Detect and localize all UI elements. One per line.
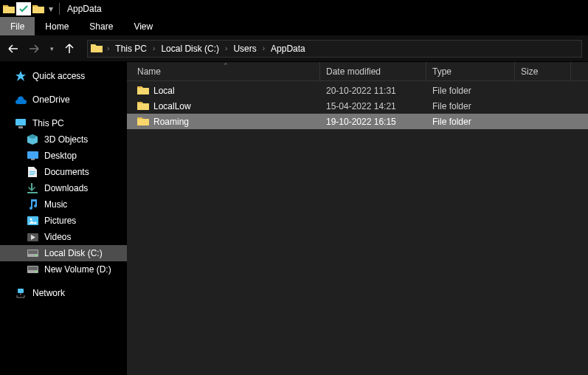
star-icon xyxy=(15,70,27,82)
sidebar-item-label: Documents xyxy=(44,167,89,177)
file-date: 19-10-2022 16:15 xyxy=(320,117,426,127)
column-header-size[interactable]: Size xyxy=(515,62,571,80)
folder-icon xyxy=(137,116,149,128)
drive-icon xyxy=(27,247,38,259)
tab-home[interactable]: Home xyxy=(35,17,79,35)
tab-view[interactable]: View xyxy=(123,17,163,35)
sidebar-item-label: Music xyxy=(44,199,67,210)
chevron-down-icon[interactable]: ▾ xyxy=(46,4,56,14)
svg-rect-14 xyxy=(18,289,24,293)
column-header-date[interactable]: Date modified xyxy=(320,62,426,80)
file-type: File folder xyxy=(426,117,515,127)
svg-point-10 xyxy=(35,255,37,256)
sidebar-item-this-pc[interactable]: This PC xyxy=(0,115,127,131)
back-button[interactable] xyxy=(6,41,21,56)
cube-icon xyxy=(27,134,38,145)
file-name: Roaming xyxy=(153,117,189,127)
file-row[interactable]: Local20-10-2022 11:31File folder xyxy=(127,83,588,98)
download-icon xyxy=(27,182,38,194)
breadcrumb-item[interactable]: Local Disk (C:) xyxy=(159,44,221,54)
file-name: Local xyxy=(153,86,175,96)
folder-icon xyxy=(137,85,149,97)
sidebar-item-label: Network xyxy=(32,288,65,298)
sidebar-item-onedrive[interactable]: OneDrive xyxy=(0,92,127,108)
folder-icon xyxy=(91,43,103,55)
address-bar[interactable]: › This PC › Local Disk (C:) › Users › Ap… xyxy=(87,40,582,58)
file-name: LocalLow xyxy=(153,101,191,111)
chevron-right-icon[interactable]: › xyxy=(224,44,229,52)
sidebar-item-label: New Volume (D:) xyxy=(44,264,111,275)
drive-icon xyxy=(27,264,38,275)
folder-icon xyxy=(32,3,44,15)
breadcrumb-item[interactable]: AppData xyxy=(269,44,307,54)
file-date: 15-04-2022 14:21 xyxy=(320,101,426,111)
sidebar-item-pictures[interactable]: Pictures xyxy=(0,213,127,229)
svg-point-13 xyxy=(35,271,37,272)
breadcrumb-item[interactable]: This PC xyxy=(114,44,148,54)
desktop-icon xyxy=(27,150,38,162)
svg-rect-0 xyxy=(15,119,26,125)
window-title: AppData xyxy=(67,4,102,14)
tab-share[interactable]: Share xyxy=(79,17,123,35)
chevron-right-icon[interactable]: › xyxy=(106,44,111,52)
navigation-pane: Quick access OneDrive This PC 3D Objects… xyxy=(0,62,127,375)
computer-icon xyxy=(15,117,27,129)
sidebar-item-label: Pictures xyxy=(44,216,76,226)
column-header-type[interactable]: Type xyxy=(426,62,515,80)
sidebar-item-network[interactable]: Network xyxy=(0,285,127,301)
ribbon: File Home Share View xyxy=(0,17,588,35)
separator xyxy=(59,3,60,15)
sidebar-item-label: OneDrive xyxy=(32,94,70,105)
sidebar-item-desktop[interactable]: Desktop xyxy=(0,148,127,164)
cloud-icon xyxy=(15,94,27,106)
folder-icon xyxy=(3,3,15,15)
svg-rect-3 xyxy=(31,159,35,160)
sidebar-item-music[interactable]: Music xyxy=(0,196,127,213)
document-icon xyxy=(27,166,38,178)
column-header-name[interactable]: Name ⌃ xyxy=(131,62,320,80)
svg-rect-5 xyxy=(27,216,38,225)
svg-rect-1 xyxy=(18,126,23,128)
network-icon xyxy=(15,287,27,299)
recent-locations-button[interactable]: ▾ xyxy=(47,41,56,56)
sidebar-item-quick-access[interactable]: Quick access xyxy=(0,68,127,84)
svg-rect-2 xyxy=(27,151,38,159)
sidebar-item-documents[interactable]: Documents xyxy=(0,164,127,180)
music-icon xyxy=(27,199,38,210)
title-bar: ▾ AppData xyxy=(0,0,588,17)
chevron-right-icon[interactable]: › xyxy=(261,44,266,52)
navigation-bar: ▾ › This PC › Local Disk (C:) › Users › … xyxy=(0,35,588,62)
chevron-right-icon[interactable]: › xyxy=(151,44,156,52)
sort-ascending-icon: ⌃ xyxy=(223,62,229,69)
svg-point-6 xyxy=(30,219,32,221)
svg-rect-9 xyxy=(28,250,38,254)
sidebar-item-label: This PC xyxy=(32,118,64,128)
sidebar-item-label: Local Disk (C:) xyxy=(44,248,103,258)
videos-icon xyxy=(27,231,38,243)
file-date: 20-10-2022 11:31 xyxy=(320,86,426,96)
forward-button[interactable] xyxy=(27,41,41,56)
svg-rect-12 xyxy=(28,266,38,270)
file-row[interactable]: LocalLow15-04-2022 14:21File folder xyxy=(127,98,588,114)
file-row[interactable]: Roaming19-10-2022 16:15File folder xyxy=(127,114,588,129)
sidebar-item-3d-objects[interactable]: 3D Objects xyxy=(0,131,127,148)
save-icon[interactable] xyxy=(16,2,31,16)
svg-rect-4 xyxy=(27,192,38,193)
breadcrumb-item[interactable]: Users xyxy=(232,44,257,54)
sidebar-item-videos[interactable]: Videos xyxy=(0,229,127,245)
sidebar-item-label: Desktop xyxy=(44,151,77,161)
sidebar-item-new-volume[interactable]: New Volume (D:) xyxy=(0,261,127,278)
file-type: File folder xyxy=(426,86,515,96)
sidebar-item-downloads[interactable]: Downloads xyxy=(0,180,127,196)
sidebar-item-local-disk[interactable]: Local Disk (C:) xyxy=(0,245,127,261)
sidebar-item-label: Quick access xyxy=(32,71,85,81)
tab-file[interactable]: File xyxy=(0,17,35,35)
sidebar-item-label: 3D Objects xyxy=(44,134,88,145)
file-type: File folder xyxy=(426,101,515,111)
file-list: Local20-10-2022 11:31File folderLocalLow… xyxy=(127,81,588,129)
up-button[interactable] xyxy=(62,41,77,56)
sidebar-item-label: Videos xyxy=(44,232,71,242)
sidebar-item-label: Downloads xyxy=(44,183,88,193)
file-list-pane: Name ⌃ Date modified Type Size Local20-1… xyxy=(127,62,588,375)
pictures-icon xyxy=(27,215,38,227)
